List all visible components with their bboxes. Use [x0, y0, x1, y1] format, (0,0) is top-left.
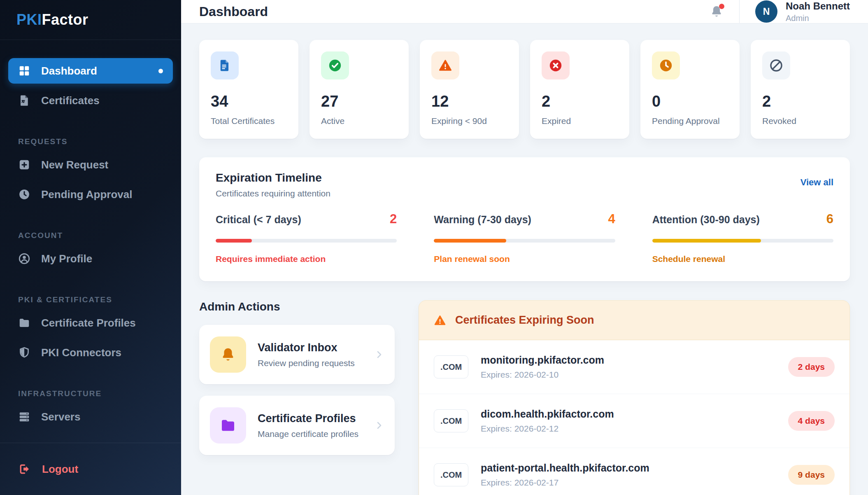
sidebar-item-servers[interactable]: Servers [8, 404, 173, 430]
cert-expires: Expires: 2026-02-17 [481, 478, 649, 488]
bucket-count: 6 [826, 212, 833, 226]
sidebar-item-label: Dashboard [41, 65, 97, 77]
progress-track [216, 239, 397, 243]
avatar[interactable]: N [755, 0, 777, 23]
bucket-note: Schedule renewal [652, 254, 833, 264]
tld-badge: .COM [434, 355, 468, 378]
sidebar-section-infrastructure: INFRASTRUCTURE [18, 389, 173, 398]
progress-fill [216, 239, 252, 243]
expiring-cert-row[interactable]: .COM patient-portal.health.pkifactor.com… [419, 448, 849, 495]
days-remaining-badge: 2 days [788, 357, 835, 377]
tld-badge: .COM [434, 463, 468, 486]
sidebar-nav: Dashboard Certificates REQUESTS New Requ… [0, 40, 181, 430]
action-card-certificate-profiles[interactable]: Certificate Profiles Manage certificate … [199, 396, 395, 455]
timeline-subtitle: Certificates requiring attention [216, 189, 330, 198]
stat-label: Pending Approval [652, 116, 728, 126]
sidebar-item-label: Certificate Profiles [41, 317, 136, 329]
notification-badge-dot [719, 4, 724, 9]
action-card-validator-inbox[interactable]: Validator Inbox Review pending requests [199, 325, 395, 384]
page-title: Dashboard [199, 4, 268, 19]
bucket-count: 4 [608, 212, 615, 226]
cert-expires: Expires: 2026-02-12 [481, 424, 614, 434]
action-subtitle: Manage certificate profiles [258, 429, 358, 439]
stat-value: 2 [542, 93, 618, 110]
sidebar-item-label: My Profile [41, 252, 92, 265]
main-area: Dashboard N Noah Bennett Admin 34 Total … [181, 0, 868, 495]
admin-actions-title: Admin Actions [199, 300, 395, 313]
admin-actions-section: Admin Actions Validator Inbox Review pen… [199, 300, 395, 455]
content: 34 Total Certificates 27 Active 12 Expir… [181, 23, 868, 495]
progress-fill [434, 239, 506, 243]
stat-label: Total Certificates [211, 116, 287, 126]
timeline-bucket-attention: Attention (30-90 days) 6 Schedule renewa… [652, 212, 833, 264]
warning-triangle-icon [434, 314, 446, 327]
header-divider [739, 0, 740, 23]
stat-card-revoked: 2 Revoked [751, 40, 850, 139]
sidebar-item-my-profile[interactable]: My Profile [8, 246, 173, 271]
page-header: Dashboard N Noah Bennett Admin [181, 0, 868, 23]
brand-logo-factor: Factor [42, 11, 88, 28]
expiring-cert-row[interactable]: .COM monitoring.pkifactor.com Expires: 2… [419, 340, 849, 394]
sidebar-item-pki-connectors[interactable]: PKI Connectors [8, 340, 173, 365]
days-remaining-badge: 4 days [788, 411, 835, 431]
stat-card-expiring: 12 Expiring < 90d [420, 40, 519, 139]
bucket-note: Requires immediate action [216, 254, 397, 264]
active-indicator-dot [158, 69, 163, 73]
expiring-panel-title: Certificates Expiring Soon [455, 314, 594, 327]
brand-logo: PKIFactor [0, 0, 181, 40]
timeline-bucket-warning: Warning (7-30 days) 4 Plan renewal soon [434, 212, 615, 264]
chevron-right-icon [374, 420, 384, 430]
sidebar-item-pending-approval[interactable]: Pending Approval [8, 182, 173, 207]
logout-button[interactable]: Logout [18, 463, 78, 476]
x-circle-icon [542, 51, 570, 79]
cert-expires: Expires: 2026-02-10 [481, 370, 604, 380]
expiring-cert-row[interactable]: .COM dicom.health.pkifactor.com Expires:… [419, 394, 849, 448]
sidebar-item-new-request[interactable]: New Request [8, 152, 173, 177]
expiring-cert-list: .COM monitoring.pkifactor.com Expires: 2… [419, 340, 849, 495]
bucket-note: Plan renewal soon [434, 254, 615, 264]
stat-label: Revoked [762, 116, 838, 126]
view-all-link[interactable]: View all [801, 177, 833, 188]
sidebar-item-certificates[interactable]: Certificates [8, 88, 173, 113]
sidebar-section-requests: REQUESTS [18, 137, 173, 146]
progress-fill [652, 239, 761, 243]
timeline-title: Expiration Timeline [216, 171, 330, 184]
sidebar-item-dashboard[interactable]: Dashboard [8, 58, 173, 84]
bucket-label: Warning (7-30 days) [434, 214, 531, 226]
bucket-label: Attention (30-90 days) [652, 214, 760, 226]
server-stack-icon [18, 411, 30, 423]
days-remaining-badge: 9 days [788, 465, 835, 485]
sidebar-item-label: New Request [41, 159, 108, 171]
shield-icon [18, 346, 30, 359]
plus-square-icon [18, 159, 30, 171]
stat-card-pending-approval: 0 Pending Approval [640, 40, 740, 139]
stat-card-expired: 2 Expired [530, 40, 629, 139]
stat-card-active: 27 Active [310, 40, 409, 139]
stat-value: 0 [652, 93, 728, 110]
action-title: Validator Inbox [258, 341, 355, 354]
certificates-expiring-panel: Certificates Expiring Soon .COM monitori… [419, 300, 850, 495]
sidebar-item-label: Pending Approval [41, 188, 133, 201]
stat-label: Expired [542, 116, 618, 126]
tld-badge: .COM [434, 409, 468, 432]
sidebar-item-label: Servers [41, 411, 80, 423]
bucket-label: Critical (< 7 days) [216, 214, 301, 226]
timeline-bucket-critical: Critical (< 7 days) 2 Requires immediate… [216, 212, 397, 264]
logout-label: Logout [42, 463, 78, 476]
notifications-button[interactable] [710, 5, 724, 19]
dashboard-grid-icon [18, 65, 30, 77]
sidebar: PKIFactor Dashboard Certificates REQUEST… [0, 0, 181, 495]
bell-icon [210, 336, 246, 373]
warning-triangle-icon [431, 51, 459, 79]
cert-domain: dicom.health.pkifactor.com [481, 408, 614, 420]
ban-icon [762, 51, 790, 79]
folder-icon [18, 317, 30, 329]
folder-icon [210, 407, 246, 444]
user-role: Admin [786, 14, 850, 23]
sidebar-item-certificate-profiles[interactable]: Certificate Profiles [8, 310, 173, 336]
clock-icon [652, 51, 680, 79]
stat-value: 12 [431, 93, 507, 110]
stat-value: 27 [321, 93, 397, 110]
stats-row: 34 Total Certificates 27 Active 12 Expir… [199, 40, 850, 139]
user-name: Noah Bennett [786, 0, 850, 12]
